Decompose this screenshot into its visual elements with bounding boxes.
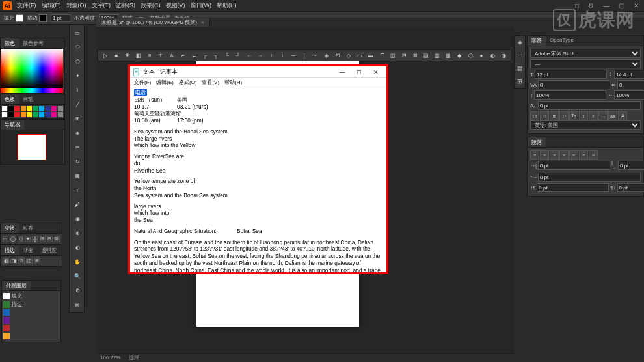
- tool-2[interactable]: ⬠: [70, 54, 85, 68]
- swatch-chip[interactable]: [27, 106, 32, 111]
- char-transform-8[interactable]: aa: [608, 111, 617, 120]
- swatches-grid[interactable]: [1, 105, 64, 118]
- subtool-5[interactable]: T: [156, 51, 165, 60]
- pathfinder-4[interactable]: ⊞: [34, 258, 40, 264]
- shape-mode-0[interactable]: ▭: [3, 236, 8, 242]
- space-before-field[interactable]: [537, 183, 609, 192]
- tab-color-guide[interactable]: 颜色参考: [19, 38, 47, 48]
- swatch-chip[interactable]: [8, 112, 14, 117]
- subtool-36[interactable]: ◑: [499, 51, 508, 60]
- font-family-select[interactable]: Adobe 宋体 Std L: [530, 49, 641, 58]
- subtool-19[interactable]: ⋯: [311, 51, 320, 60]
- tab-paragraph[interactable]: 段落: [528, 137, 546, 147]
- zoom-level[interactable]: 106.77%: [100, 355, 121, 361]
- subtool-16[interactable]: ↓: [278, 51, 287, 60]
- subtool-0[interactable]: ▷: [101, 51, 110, 60]
- subtool-27[interactable]: ⊟: [399, 51, 409, 60]
- tool-14[interactable]: ⊕: [70, 226, 85, 240]
- swatch-chip[interactable]: [51, 106, 57, 111]
- window-close[interactable]: ✕: [631, 2, 641, 9]
- right-strip-2[interactable]: ▤: [515, 62, 525, 75]
- tool-13[interactable]: ◉: [70, 212, 85, 226]
- char-transform-2[interactable]: tt: [550, 111, 559, 120]
- swatch-chip[interactable]: [2, 112, 7, 117]
- pathfinder-0[interactable]: ◧: [3, 258, 9, 264]
- window-maximize[interactable]: ▢: [616, 2, 627, 9]
- subtool-9[interactable]: ┌: [200, 51, 209, 60]
- subtool-30[interactable]: ▥: [433, 51, 442, 60]
- para-align-6[interactable]: ≡: [589, 150, 598, 160]
- swatch-chip[interactable]: [14, 106, 20, 111]
- tab-transparency[interactable]: 透明度: [37, 245, 60, 255]
- swatch-chip[interactable]: [14, 112, 20, 117]
- window-minimize[interactable]: —: [600, 2, 612, 9]
- swatch-chip[interactable]: [58, 112, 63, 117]
- stroke-swatch[interactable]: [39, 14, 47, 22]
- notepad-close[interactable]: ✕: [368, 68, 384, 77]
- tool-4[interactable]: ⌇: [70, 83, 85, 97]
- subtool-31[interactable]: ▦: [444, 51, 453, 60]
- shape-mode-3[interactable]: ✦: [25, 236, 31, 242]
- subtool-2[interactable]: ⊞: [123, 51, 132, 60]
- subtool-29[interactable]: ▤: [422, 51, 431, 60]
- baseline-field[interactable]: [538, 101, 641, 110]
- appearance-swatch[interactable]: [3, 333, 10, 339]
- tool-17[interactable]: 🔍: [70, 269, 85, 283]
- swatch-chip[interactable]: [58, 106, 63, 111]
- color-spectrum[interactable]: [1, 49, 63, 88]
- tracking-field[interactable]: [617, 80, 644, 89]
- shape-mode-4[interactable]: ╬: [32, 236, 38, 242]
- font-size-field[interactable]: [535, 70, 607, 79]
- shape-mode-5[interactable]: ⊞: [40, 236, 46, 242]
- appearance-swatch[interactable]: [3, 309, 10, 316]
- tool-15[interactable]: ◐: [70, 240, 85, 255]
- swatch-chip[interactable]: [2, 106, 7, 111]
- notepad-minimize[interactable]: —: [334, 68, 350, 77]
- menu-effect[interactable]: 效果(C): [141, 1, 161, 10]
- tool-6[interactable]: ⊞: [70, 111, 85, 126]
- subtool-18[interactable]: │: [300, 51, 309, 60]
- tab-stroke[interactable]: 描边: [1, 245, 19, 255]
- subtool-35[interactable]: ◐: [488, 51, 497, 60]
- workspace-icon[interactable]: □: [572, 2, 582, 9]
- language-select[interactable]: 英语: 美国: [530, 120, 641, 130]
- swatch-chip[interactable]: [21, 106, 26, 111]
- subtool-11[interactable]: └: [222, 51, 232, 60]
- tool-11[interactable]: T: [70, 183, 85, 197]
- document-tab-close-icon[interactable]: ×: [201, 20, 204, 25]
- tool-8[interactable]: ✂: [70, 140, 85, 154]
- menu-file[interactable]: 文件(F): [17, 1, 36, 10]
- document-tab[interactable]: 未标题-3* @ 106.77% (CMYK/GPU 预览) ×: [96, 18, 210, 27]
- shape-mode-7[interactable]: ⊠: [54, 236, 60, 242]
- tool-18[interactable]: ⚙: [70, 283, 85, 298]
- tab-transform[interactable]: 变换: [1, 223, 19, 233]
- tab-opentype[interactable]: OpenType: [546, 36, 578, 46]
- navigator-preview[interactable]: [1, 130, 63, 164]
- subtool-17[interactable]: ─: [289, 51, 298, 60]
- subtool-26[interactable]: ◫: [388, 51, 397, 60]
- swatch-chip[interactable]: [51, 112, 57, 117]
- tab-brushes[interactable]: 画笔: [19, 94, 37, 104]
- subtool-23[interactable]: ▭: [355, 51, 364, 60]
- menu-window[interactable]: 窗口(W): [191, 1, 212, 10]
- para-align-2[interactable]: ≡: [550, 150, 559, 160]
- swatch-chip[interactable]: [46, 112, 51, 117]
- appearance-swatch[interactable]: [3, 301, 10, 308]
- menu-select[interactable]: 选择(S): [116, 1, 135, 10]
- tool-9[interactable]: ↻: [70, 154, 85, 169]
- search-icon[interactable]: ⚙: [585, 2, 597, 9]
- para-align-3[interactable]: ≡: [559, 150, 569, 160]
- kerning-field[interactable]: [538, 80, 610, 89]
- tool-0[interactable]: ▭: [70, 25, 85, 40]
- subtool-14[interactable]: →: [256, 51, 265, 60]
- subtool-28[interactable]: ⊠: [410, 51, 420, 60]
- subtool-1[interactable]: ■: [112, 51, 121, 60]
- stroke-weight-field[interactable]: [51, 14, 70, 22]
- appearance-swatch[interactable]: [3, 293, 10, 299]
- tool-7[interactable]: ◈: [70, 126, 85, 140]
- subtool-6[interactable]: A: [167, 51, 176, 60]
- notepad-menu-file[interactable]: 文件(F): [134, 79, 151, 86]
- notepad-menu-edit[interactable]: 编辑(E): [156, 79, 174, 86]
- subtool-8[interactable]: ⌙: [189, 51, 198, 60]
- char-transform-0[interactable]: TT: [530, 111, 539, 120]
